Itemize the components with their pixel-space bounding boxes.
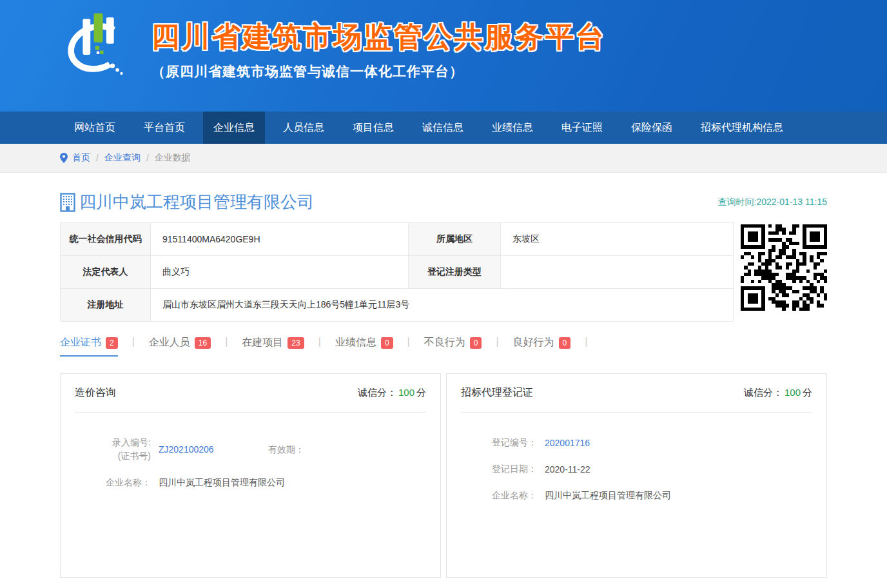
breadcrumb: 首页 / 企业查询 / 企业数据	[0, 144, 887, 173]
tab-good-behavior[interactable]: 良好行为 0	[513, 336, 571, 357]
tab-separator: |	[407, 336, 410, 348]
registration-type-value	[501, 256, 734, 289]
count-badge: 16	[195, 337, 211, 349]
building-icon	[60, 193, 75, 212]
validity-label: 有效期：	[268, 443, 304, 456]
tab-bar: 企业证书 2 | 企业人员 16 | 在建项目 23 | 业绩信息 0 | 不良…	[60, 336, 827, 357]
field-row: 企业名称： 四川中岚工程项目管理有限公司	[461, 489, 812, 502]
card-cost-consulting: 造价咨询 诚信分：100分 录入编号: (证书号) ZJ202100206 有效…	[60, 373, 441, 578]
tab-enterprise-personnel[interactable]: 企业人员 16	[149, 336, 211, 357]
tab-separator: |	[318, 336, 321, 348]
registered-address-value: 眉山市东坡区眉州大道东三段天天向上186号5幢1单元11层3号	[151, 289, 734, 322]
main-content: 四川中岚工程项目管理有限公司 查询时间:2022-01-13 11:15 统一社…	[60, 191, 827, 588]
site-title: 四川省建筑市场监管公共服务平台	[151, 18, 606, 56]
certificate-cards: 造价咨询 诚信分：100分 录入编号: (证书号) ZJ202100206 有效…	[60, 373, 827, 578]
field-row: 录入编号: (证书号) ZJ202100206 有效期：	[75, 436, 426, 463]
query-time: 查询时间:2022-01-13 11:15	[718, 197, 827, 208]
registration-no-link[interactable]: 202001716	[545, 438, 590, 448]
credit-score: 诚信分：100分	[744, 387, 812, 399]
table-row: 统一社会信用代码 91511400MA6420GE9H 所属地区 东坡区	[61, 223, 734, 256]
credit-code-value: 91511400MA6420GE9H	[151, 223, 409, 256]
company-name: 四川中岚工程项目管理有限公司	[79, 191, 314, 213]
count-badge: 2	[106, 337, 118, 349]
registration-date-label: 登记日期：	[461, 462, 537, 476]
nav-item-e-certificate[interactable]: 电子证照	[551, 112, 613, 144]
nav-item-bidding-agency-info[interactable]: 招标代理机构信息	[690, 112, 794, 144]
credit-score-value: 100	[785, 387, 801, 398]
breadcrumb-current: 企业数据	[155, 152, 191, 164]
registration-no-label: 登记编号：	[461, 436, 537, 449]
field-row: 登记日期： 2020-11-22	[461, 462, 812, 476]
tab-projects-under-construction[interactable]: 在建项目 23	[242, 336, 304, 357]
district-value: 东坡区	[501, 223, 734, 256]
card-title: 造价咨询	[75, 386, 116, 400]
tab-separator: |	[132, 336, 135, 348]
qr-code	[741, 224, 827, 311]
entry-no-label: 录入编号: (证书号)	[75, 436, 151, 463]
nav-item-platform-home[interactable]: 平台首页	[133, 112, 195, 144]
count-badge: 23	[288, 337, 304, 349]
main-nav: 网站首页 平台首页 企业信息 人员信息 项目信息 诚信信息 业绩信息 电子证照 …	[0, 112, 887, 144]
table-row: 法定代表人 曲义巧 登记注册类型	[61, 256, 734, 289]
entry-no-link[interactable]: ZJ202100206	[159, 444, 268, 455]
breadcrumb-home[interactable]: 首页	[72, 152, 90, 164]
field-label: 所属地区	[409, 223, 501, 256]
site-header: 四川省建筑市场监管公共服务平台 （原四川省建筑市场监管与诚信一体化工作平台）	[0, 0, 887, 112]
tab-separator: |	[496, 336, 498, 348]
location-pin-icon	[60, 153, 68, 163]
field-label: 注册地址	[61, 289, 151, 322]
tab-enterprise-certificates[interactable]: 企业证书 2	[60, 336, 118, 357]
nav-item-project-info[interactable]: 项目信息	[342, 112, 404, 144]
breadcrumb-company-search[interactable]: 企业查询	[104, 152, 141, 164]
nav-item-personnel-info[interactable]: 人员信息	[273, 112, 335, 144]
field-label: 法定代表人	[61, 256, 151, 289]
credit-score-value: 100	[398, 387, 414, 398]
company-name-value: 四川中岚工程项目管理有限公司	[159, 477, 285, 489]
nav-item-site-home[interactable]: 网站首页	[64, 112, 126, 144]
legal-representative-value: 曲义巧	[151, 256, 409, 289]
tab-bad-behavior[interactable]: 不良行为 0	[424, 336, 482, 357]
field-row: 登记编号： 202001716	[461, 436, 812, 449]
count-badge: 0	[559, 337, 571, 349]
company-name-label: 企业名称：	[75, 476, 151, 489]
nav-item-credit-info[interactable]: 诚信信息	[412, 112, 474, 144]
tab-performance-info[interactable]: 业绩信息 0	[335, 336, 393, 357]
breadcrumb-separator: /	[96, 153, 99, 163]
nav-item-performance-info[interactable]: 业绩信息	[482, 112, 543, 144]
registration-date-value: 2020-11-22	[545, 464, 590, 475]
card-title: 招标代理登记证	[461, 386, 533, 400]
table-row: 注册地址 眉山市东坡区眉州大道东三段天天向上186号5幢1单元11层3号	[61, 289, 734, 322]
tab-separator: |	[585, 336, 587, 348]
card-bidding-agency-registration: 招标代理登记证 诚信分：100分 登记编号： 202001716 登记日期： 2…	[446, 373, 827, 578]
count-badge: 0	[470, 337, 482, 349]
credit-score: 诚信分：100分	[358, 387, 426, 399]
count-badge: 0	[381, 337, 393, 349]
nav-item-insurance-guarantee[interactable]: 保险保函	[621, 112, 683, 144]
field-row: 企业名称： 四川中岚工程项目管理有限公司	[75, 476, 426, 489]
company-name-value: 四川中岚工程项目管理有限公司	[545, 490, 671, 502]
company-info-table: 统一社会信用代码 91511400MA6420GE9H 所属地区 东坡区 法定代…	[60, 222, 734, 322]
tab-separator: |	[225, 336, 228, 348]
site-logo-icon	[60, 8, 136, 84]
site-subtitle: （原四川省建筑市场监管与诚信一体化工作平台）	[151, 63, 606, 81]
field-label: 登记注册类型	[409, 256, 501, 289]
company-name-label: 企业名称：	[461, 489, 537, 502]
page: 四川省建筑市场监管公共服务平台 （原四川省建筑市场监管与诚信一体化工作平台） 网…	[0, 0, 887, 588]
field-label: 统一社会信用代码	[61, 223, 151, 256]
nav-item-enterprise-info[interactable]: 企业信息	[203, 112, 265, 144]
breadcrumb-separator: /	[146, 153, 149, 163]
